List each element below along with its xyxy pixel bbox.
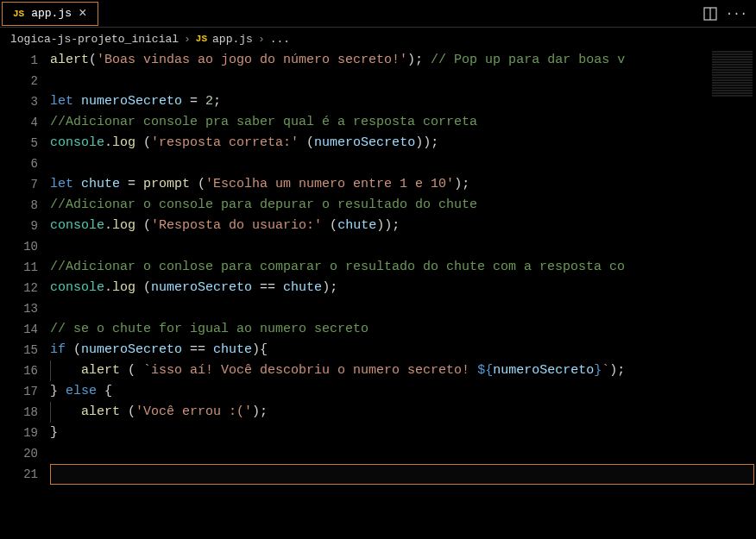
line-number: 1 (0, 50, 38, 71)
code-line[interactable] (50, 154, 756, 174)
code-line[interactable]: if (numeroSecreto == chute){ (50, 340, 756, 360)
code-line[interactable]: console.log ('Resposta do usuario:' (chu… (50, 216, 756, 236)
breadcrumb-folder[interactable]: logica-js-projeto_inicial (10, 33, 179, 46)
tab-app-js[interactable]: JS app.js × (2, 2, 98, 26)
line-number: 2 (0, 71, 38, 91)
code-line[interactable] (50, 298, 756, 319)
code-line[interactable]: console.log (numeroSecreto == chute); (50, 278, 756, 298)
code-line[interactable]: let numeroSecreto = 2; (50, 91, 756, 112)
line-number: 6 (0, 154, 38, 174)
line-number: 15 (0, 340, 38, 360)
tab-bar: JS app.js × ··· (0, 0, 756, 28)
cursor-line-highlight (50, 464, 754, 485)
code-line[interactable]: // se o chute for igual ao numero secret… (50, 319, 756, 340)
line-number: 18 (0, 402, 38, 423)
breadcrumb[interactable]: logica-js-projeto_inicial › JS app.js › … (0, 28, 756, 50)
line-number: 3 (0, 91, 38, 112)
tab-label: app.js (31, 7, 72, 20)
more-actions-icon[interactable]: ··· (726, 7, 747, 21)
chevron-right-icon: › (184, 33, 191, 46)
close-icon[interactable]: × (79, 7, 87, 21)
code-line[interactable] (50, 71, 756, 91)
line-number: 11 (0, 257, 38, 278)
code-line[interactable]: alert ('Você errou :('); (50, 402, 756, 423)
line-gutter: 1 2 3 4 5 6 7 8 9 10 11 12 13 14 15 16 1… (0, 50, 50, 539)
line-number: 4 (0, 112, 38, 133)
line-number: 16 (0, 360, 38, 381)
tab-actions: ··· (703, 7, 756, 21)
js-file-icon: JS (13, 9, 24, 19)
line-number: 7 (0, 174, 38, 195)
line-number: 12 (0, 278, 38, 298)
minimap[interactable] (709, 50, 756, 222)
code-area[interactable]: alert('Boas vindas ao jogo do número sec… (50, 50, 756, 539)
line-number: 19 (0, 423, 38, 443)
line-number: 20 (0, 443, 38, 464)
line-number: 8 (0, 195, 38, 216)
code-line[interactable]: let chute = prompt ('Escolha um numero e… (50, 174, 756, 195)
code-line[interactable]: alert('Boas vindas ao jogo do número sec… (50, 50, 756, 71)
line-number: 13 (0, 298, 38, 319)
line-number: 21 (0, 464, 38, 485)
line-number: 9 (0, 216, 38, 236)
line-number: 14 (0, 319, 38, 340)
code-line[interactable] (50, 236, 756, 257)
code-line[interactable]: console.log ('resposta correta:' (numero… (50, 133, 756, 154)
code-line[interactable] (50, 443, 756, 464)
code-line[interactable]: //Adicionar o conlose para comparar o re… (50, 257, 756, 278)
line-number: 10 (0, 236, 38, 257)
editor[interactable]: 1 2 3 4 5 6 7 8 9 10 11 12 13 14 15 16 1… (0, 50, 756, 539)
js-file-icon: JS (196, 34, 207, 44)
code-line[interactable]: } else { (50, 381, 756, 402)
code-line[interactable]: alert ( `isso aí! Você descobriu o numer… (50, 360, 756, 381)
code-line[interactable]: } (50, 423, 756, 443)
line-number: 17 (0, 381, 38, 402)
breadcrumb-ellipsis[interactable]: ... (270, 33, 290, 46)
code-line[interactable]: //Adicionar console pra saber qual é a r… (50, 112, 756, 133)
line-number: 5 (0, 133, 38, 154)
chevron-right-icon: › (258, 33, 265, 46)
breadcrumb-file[interactable]: app.js (212, 33, 253, 46)
split-editor-icon[interactable] (703, 7, 717, 21)
code-line[interactable]: //Adicionar o console para depurar o res… (50, 195, 756, 216)
